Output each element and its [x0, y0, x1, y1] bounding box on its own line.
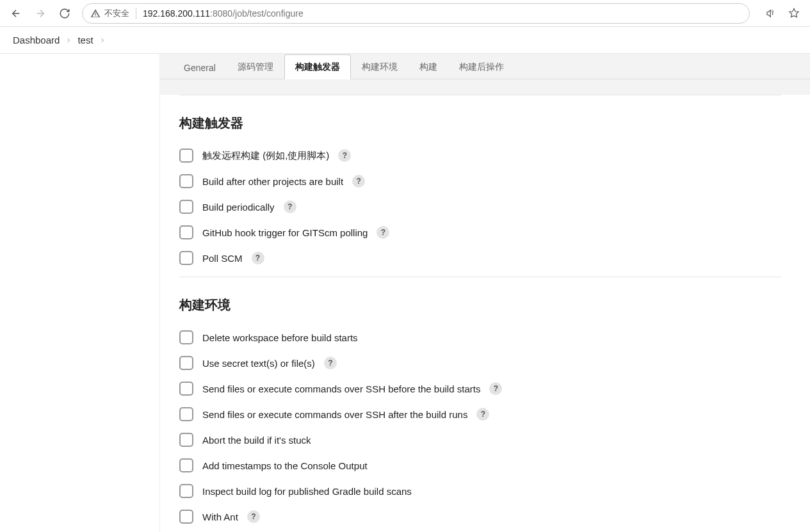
- section-build-triggers: 构建触发器 触发远程构建 (例如,使用脚本) ? Build after oth…: [179, 95, 781, 277]
- checkbox-ssh-before[interactable]: [179, 382, 193, 396]
- checkbox-add-timestamps[interactable]: [179, 458, 193, 472]
- section-build-env: 构建环境 Delete workspace before build start…: [179, 277, 781, 524]
- help-icon[interactable]: ?: [352, 175, 365, 188]
- option-label: Poll SCM: [202, 253, 243, 264]
- back-button[interactable]: [5, 3, 27, 24]
- checkbox-poll-scm[interactable]: [179, 251, 193, 265]
- arrow-left-icon: [10, 8, 22, 19]
- browser-toolbar: 不安全 192.168.200.111:8080/job/test/config…: [0, 0, 810, 27]
- section-title-triggers: 构建触发器: [179, 115, 781, 132]
- config-content: 构建触发器 触发远程构建 (例如,使用脚本) ? Build after oth…: [160, 95, 810, 532]
- option-label: Build periodically: [202, 202, 275, 213]
- help-icon[interactable]: ?: [324, 357, 337, 369]
- option-label: Use secret text(s) or file(s): [202, 358, 315, 369]
- checkbox-github-hook[interactable]: [179, 225, 193, 239]
- option-label: Build after other projects are built: [202, 176, 343, 187]
- option-label: Add timestamps to the Console Output: [202, 460, 368, 471]
- url-text: 192.168.200.111:8080/job/test/configure: [143, 8, 304, 19]
- option-label: Inspect build log for published Gradle b…: [202, 486, 412, 497]
- help-icon[interactable]: ?: [247, 510, 260, 523]
- tab-general[interactable]: General: [173, 56, 227, 79]
- option-inspect-gradle: Inspect build log for published Gradle b…: [179, 484, 781, 498]
- checkbox-use-secret-texts[interactable]: [179, 356, 193, 370]
- breadcrumb: Dashboard test: [0, 27, 810, 54]
- option-ssh-after: Send files or execute commands over SSH …: [179, 407, 781, 421]
- config-tabs: General 源码管理 构建触发器 构建环境 构建 构建后操作: [160, 54, 810, 79]
- option-label: Abort the build if it's stuck: [202, 435, 311, 446]
- left-sidebar: [0, 54, 160, 532]
- site-security-indicator[interactable]: 不安全: [90, 8, 129, 19]
- option-remote-trigger: 触发远程构建 (例如,使用脚本) ?: [179, 149, 781, 163]
- option-build-periodically: Build periodically ?: [179, 200, 781, 214]
- address-bar[interactable]: 不安全 192.168.200.111:8080/job/test/config…: [82, 3, 750, 24]
- option-delete-workspace: Delete workspace before build starts: [179, 330, 781, 344]
- option-build-after-others: Build after other projects are built ?: [179, 174, 781, 188]
- checkbox-abort-if-stuck[interactable]: [179, 433, 193, 447]
- option-label: Delete workspace before build starts: [202, 332, 358, 343]
- forward-button[interactable]: [29, 3, 51, 24]
- section-title-env: 构建环境: [179, 296, 781, 314]
- checkbox-build-periodically[interactable]: [179, 200, 193, 214]
- browser-right-actions: A: [760, 3, 805, 24]
- checkbox-inspect-gradle[interactable]: [179, 484, 193, 498]
- option-label: Send files or execute commands over SSH …: [202, 409, 467, 420]
- reload-icon: [59, 8, 70, 19]
- checkbox-remote-trigger[interactable]: [179, 149, 193, 163]
- chevron-right-icon: [65, 36, 72, 44]
- help-icon[interactable]: ?: [284, 200, 296, 213]
- help-icon[interactable]: ?: [377, 226, 389, 239]
- checkbox-delete-workspace[interactable]: [179, 330, 193, 344]
- option-use-secret-texts: Use secret text(s) or file(s) ?: [179, 356, 781, 370]
- help-icon[interactable]: ?: [489, 382, 502, 395]
- option-with-ant: With Ant ?: [179, 510, 781, 524]
- option-label: 触发远程构建 (例如,使用脚本): [202, 150, 329, 162]
- tab-build-env[interactable]: 构建环境: [351, 54, 409, 79]
- option-label: GitHub hook trigger for GITScm polling: [202, 227, 368, 238]
- option-label: Send files or execute commands over SSH …: [202, 383, 480, 394]
- option-abort-if-stuck: Abort the build if it's stuck: [179, 433, 781, 447]
- read-aloud-button[interactable]: A: [760, 3, 782, 24]
- option-poll-scm: Poll SCM ?: [179, 251, 781, 265]
- address-separator: [136, 8, 136, 19]
- help-icon[interactable]: ?: [252, 252, 264, 264]
- option-github-hook: GitHub hook trigger for GITScm polling ?: [179, 225, 781, 239]
- option-add-timestamps: Add timestamps to the Console Output: [179, 458, 781, 472]
- tab-post-build[interactable]: 构建后操作: [448, 54, 515, 79]
- option-label: With Ant: [202, 512, 238, 522]
- help-icon[interactable]: ?: [338, 149, 351, 162]
- insecure-label: 不安全: [104, 8, 129, 19]
- star-icon: [788, 8, 800, 19]
- read-aloud-icon: A: [765, 8, 777, 19]
- tab-scm[interactable]: 源码管理: [227, 54, 284, 79]
- breadcrumb-dashboard[interactable]: Dashboard: [13, 35, 60, 45]
- reload-button[interactable]: [54, 3, 76, 24]
- tab-build[interactable]: 构建: [409, 54, 448, 79]
- favorites-button[interactable]: [783, 3, 805, 24]
- option-ssh-before: Send files or execute commands over SSH …: [179, 382, 781, 396]
- arrow-right-icon: [35, 8, 46, 19]
- warning-triangle-icon: [90, 8, 101, 19]
- breadcrumb-job[interactable]: test: [77, 35, 93, 45]
- checkbox-build-after-others[interactable]: [179, 174, 193, 188]
- help-icon[interactable]: ?: [476, 408, 489, 421]
- checkbox-ssh-after[interactable]: [179, 407, 193, 421]
- chevron-right-icon: [99, 36, 106, 44]
- tab-build-triggers[interactable]: 构建触发器: [284, 54, 351, 79]
- checkbox-with-ant[interactable]: [179, 510, 193, 524]
